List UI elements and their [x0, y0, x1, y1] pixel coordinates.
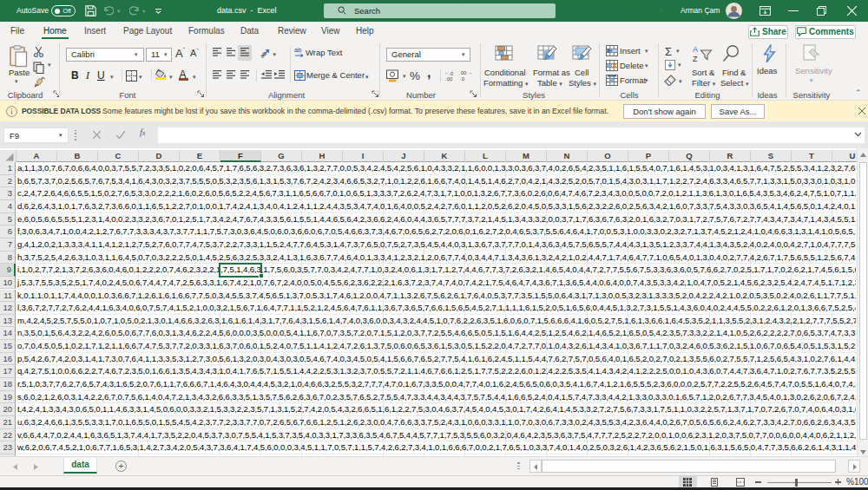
svg-text:ab: ab	[294, 46, 301, 54]
svg-text:.00: .00	[459, 70, 467, 75]
svg-text:.0: .0	[460, 76, 465, 82]
svg-text:→: →	[467, 69, 472, 75]
svg-text:Z: Z	[693, 55, 698, 62]
svg-text:A: A	[693, 45, 698, 54]
svg-text:.00: .00	[445, 76, 453, 82]
